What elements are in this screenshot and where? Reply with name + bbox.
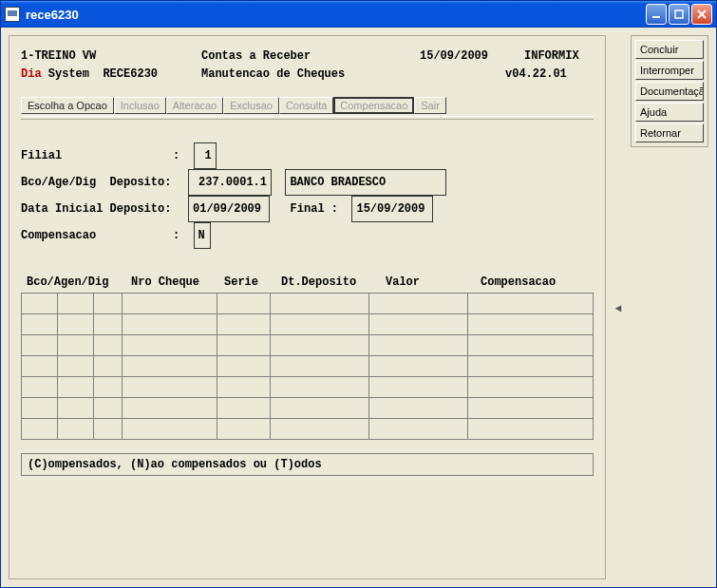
status-bar: (C)ompensados, (N)ao compensados ou (T)o… (21, 453, 594, 476)
tab-compensacao[interactable]: Compensacao (333, 97, 414, 114)
close-button[interactable] (691, 4, 712, 25)
tab-exclusao[interactable]: Exclusao (223, 97, 279, 114)
final-label: Final : (291, 198, 338, 220)
data-ini-field[interactable]: 01/09/2009 (188, 196, 270, 222)
data-ini-label: Data Inicial Deposito: (21, 198, 188, 220)
org-label: 1-TREINO VW (21, 47, 201, 66)
bco-name-field[interactable]: BANCO BRADESCO (285, 169, 446, 196)
svg-rect-0 (652, 16, 660, 18)
ajuda-button[interactable]: Ajuda (635, 103, 704, 122)
table-row[interactable] (22, 314, 594, 335)
bco-field[interactable]: 237.0001.1 (188, 169, 272, 196)
window-title: rece6230 (26, 8, 79, 22)
table-row[interactable] (22, 294, 594, 314)
maximize-icon (674, 9, 684, 19)
col-bco: Bco/Agen/Dig (27, 275, 131, 289)
tab-separator (21, 116, 594, 120)
form-area: Filial : 1 Bco/Age/Dig Deposito: 237.000… (21, 142, 594, 249)
module-label: Contas a Receber (201, 47, 420, 66)
table-row[interactable] (22, 377, 594, 398)
system-label: Dia System RECE6230 (21, 66, 201, 84)
tab-bar: Escolha a Opcao Inclusao Alteracao Exclu… (21, 97, 594, 114)
table-row[interactable] (22, 356, 594, 377)
app-window: rece6230 1-TREINO VW Contas a Receber 15… (0, 0, 717, 588)
main-panel: 1-TREINO VW Contas a Receber 15/09/2009 … (9, 35, 606, 579)
comp-label: Compensacao (21, 224, 173, 247)
col-nrocheque: Nro Cheque (131, 275, 224, 289)
grid-area: Bco/Agen/Dig Nro Cheque Serie Dt.Deposit… (21, 275, 594, 440)
tab-escolha[interactable]: Escolha a Opcao (21, 97, 114, 114)
col-dtdeposito: Dt.Deposito (281, 275, 386, 289)
titlebar: rece6230 (1, 1, 716, 28)
table-row[interactable] (22, 398, 594, 419)
maximize-button[interactable] (669, 4, 689, 25)
right-button-panel: Concluir Interromper Documentação Ajuda … (631, 35, 708, 147)
comp-field[interactable]: N (194, 222, 211, 249)
svg-rect-1 (675, 10, 683, 18)
filial-label: Filial (21, 144, 173, 167)
tab-alteracao[interactable]: Alteracao (166, 97, 223, 114)
data-final-field[interactable]: 15/09/2009 (351, 196, 433, 222)
tab-consulta[interactable]: Consulta (279, 97, 333, 114)
documentacao-button[interactable]: Documentação (635, 82, 704, 101)
screen-label: Manutencao de Cheques (201, 66, 505, 84)
tab-sair[interactable]: Sair (414, 97, 446, 114)
col-serie: Serie (224, 275, 281, 289)
db-label: INFORMIX (524, 47, 579, 66)
data-grid[interactable] (21, 293, 594, 440)
bco-label: Bco/Age/Dig Deposito: (21, 171, 188, 194)
close-icon (697, 9, 707, 19)
minimize-button[interactable] (646, 4, 667, 25)
header-date: 15/09/2009 (420, 47, 524, 66)
concluir-button[interactable]: Concluir (635, 40, 704, 59)
sys-name: System RECE6230 (42, 67, 158, 81)
retornar-button[interactable]: Retornar (635, 123, 704, 142)
minimize-icon (651, 9, 661, 19)
client-area: 1-TREINO VW Contas a Receber 15/09/2009 … (1, 28, 716, 587)
grid-header: Bco/Agen/Dig Nro Cheque Serie Dt.Deposit… (21, 275, 594, 293)
header-block: 1-TREINO VW Contas a Receber 15/09/2009 … (21, 47, 594, 84)
table-row[interactable] (22, 419, 594, 440)
collapse-arrow-icon[interactable]: ◄ (612, 35, 625, 579)
filial-field[interactable]: 1 (194, 142, 217, 169)
interromper-button[interactable]: Interromper (635, 61, 704, 80)
app-icon (5, 7, 20, 22)
sys-prefix: Dia (21, 67, 42, 81)
table-row[interactable] (22, 335, 594, 356)
col-compensacao: Compensacao (481, 275, 556, 289)
col-valor: Valor (386, 275, 481, 289)
tab-inclusao[interactable]: Inclusao (114, 97, 166, 114)
version-label: v04.22.01 (505, 66, 567, 84)
